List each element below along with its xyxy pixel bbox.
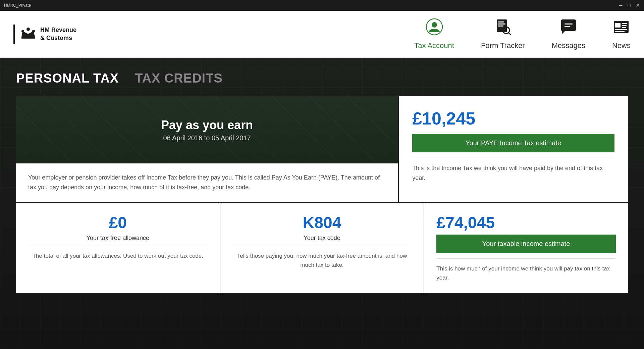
form-tracker-icon [494,18,512,39]
svg-rect-16 [615,23,621,28]
income-tax-desc: This is the Income Tax we think you will… [412,163,614,183]
nav-news[interactable]: News [612,18,631,50]
svg-rect-14 [565,26,570,27]
svg-point-6 [432,22,437,28]
bottom-cards: £0 Your tax-free allowance The total of … [16,203,628,293]
logo-area: HM Revenue & Customs [13,24,76,44]
income-tax-divider [412,158,614,158]
svg-rect-20 [615,29,627,30]
svg-rect-4 [21,37,35,39]
svg-rect-21 [615,31,625,32]
header: HM Revenue & Customs Tax Account [0,11,644,58]
allowance-desc: The total of all your tax allowances. Us… [33,251,203,260]
tab-personal-tax[interactable]: PERSONAL TAX [16,71,119,86]
minimize-button[interactable]: ─ [619,3,623,8]
page-tabs: PERSONAL TAX TAX CREDITS [16,71,628,86]
taxable-income-amount: £74,045 [436,213,495,232]
taxable-income-card: £74,045 Your taxable income estimate Thi… [424,203,628,293]
paye-hero-image: Pay as you earn 06 April 2016 to 05 Apri… [16,96,398,163]
nav-messages[interactable]: Messages [552,18,585,50]
income-tax-card: £10,245 Your PAYE Income Tax estimate Th… [399,96,628,202]
taxable-income-divider [436,258,616,259]
taxable-income-button[interactable]: Your taxable income estimate [436,235,616,253]
crown-icon [20,24,36,44]
logo-text: HM Revenue & Customs [40,26,76,42]
hero-section: PERSONAL TAX TAX CREDITS Pay as you earn… [0,58,644,349]
paye-subtitle: 06 April 2016 to 05 April 2017 [163,134,251,142]
taxable-income-desc: This is how much of your income we think… [436,264,616,282]
messages-icon [560,18,577,39]
tax-code-card: K804 Your tax code Tells those paying yo… [220,203,424,293]
paye-body: Your employer or pension provider takes … [16,163,398,202]
svg-marker-3 [21,31,35,37]
tab-tax-credits[interactable]: TAX CREDITS [135,71,223,86]
svg-rect-8 [498,21,504,22]
tax-free-allowance-card: £0 Your tax-free allowance The total of … [16,203,220,293]
restore-button[interactable]: □ [628,3,631,8]
paye-description: Your employer or pension provider takes … [28,173,386,192]
svg-rect-13 [565,23,573,24]
svg-point-0 [26,28,30,31]
nav-tax-account[interactable]: Tax Account [414,18,454,50]
income-tax-amount: £10,245 [412,108,475,129]
tax-account-label: Tax Account [414,41,454,50]
paye-title: Pay as you earn [161,118,253,132]
form-tracker-label: Form Tracker [481,41,525,50]
allowance-amount: £0 [109,213,127,232]
tax-code-desc: Tells those paying you, how much your ta… [232,251,412,269]
tax-code-value: K804 [303,213,341,232]
svg-rect-10 [498,26,503,27]
svg-rect-17 [622,23,627,24]
window-controls: ─ □ ✕ [619,3,640,8]
tax-account-icon [426,18,443,39]
svg-line-12 [508,33,511,35]
allowance-label: Your tax-free allowance [87,235,149,242]
allowance-divider [28,246,208,246]
main-nav: Tax Account Form Tracker [414,18,631,50]
income-tax-button[interactable]: Your PAYE Income Tax estimate [412,134,614,152]
svg-rect-18 [622,25,627,26]
tax-code-divider [232,246,412,246]
tax-code-label: Your tax code [304,235,340,242]
messages-label: Messages [552,41,585,50]
paye-card: Pay as you earn 06 April 2016 to 05 Apri… [16,96,398,202]
svg-rect-9 [498,23,505,24]
hero-content: PERSONAL TAX TAX CREDITS Pay as you earn… [0,58,644,306]
close-button[interactable]: ✕ [636,3,640,8]
app-title: HMRC_Private [4,3,31,8]
nav-form-tracker[interactable]: Form Tracker [481,18,525,50]
svg-rect-19 [622,27,626,28]
title-bar: HMRC_Private ─ □ ✕ [0,0,644,11]
news-label: News [612,41,631,50]
news-icon [612,18,630,39]
